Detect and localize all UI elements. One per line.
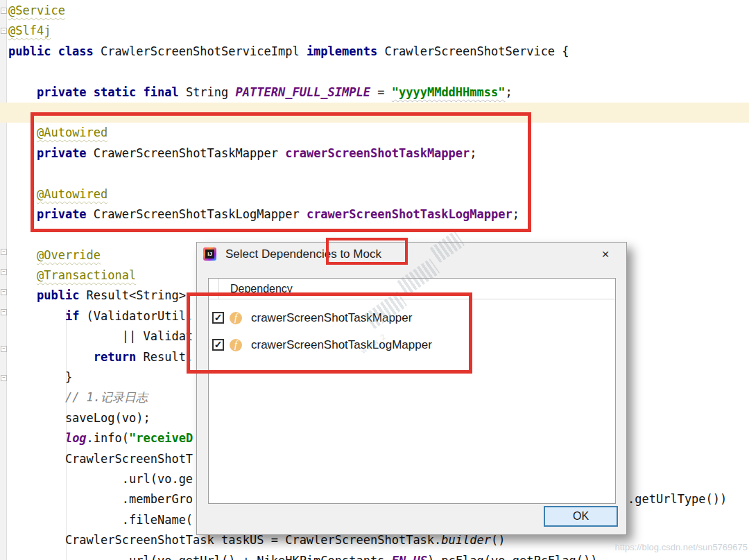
code-token: @Service xyxy=(8,3,65,17)
select-dependencies-dialog: IJ Select Dependencies to Mock × Depende… xyxy=(196,242,627,535)
code-token: ).pcFlag(vo.getPcFlag()) xyxy=(427,554,598,560)
code-token: @Transactional xyxy=(37,268,136,282)
code-token: @Override xyxy=(37,248,101,262)
code-token xyxy=(8,288,37,302)
editor-gutter xyxy=(0,0,7,560)
code-token: CrawlerScreenShotServiceImpl xyxy=(101,44,307,58)
code-token: .url(vo.getUrl() + NikeHKPimConstants. xyxy=(8,554,392,560)
code-token: builder xyxy=(441,533,491,547)
code-token: String xyxy=(186,85,236,99)
intellij-logo-icon: IJ xyxy=(203,247,216,261)
code-token xyxy=(8,85,37,99)
code-token xyxy=(8,431,65,445)
code-token: "receiveD xyxy=(129,431,193,445)
code-token: public class xyxy=(8,44,101,58)
code-token: = xyxy=(370,85,392,99)
fold-marker[interactable]: − xyxy=(1,249,7,255)
code-token: return xyxy=(94,350,144,364)
code-token: "yyyyMMddHHmmss" xyxy=(392,85,506,99)
code-token: if xyxy=(65,309,87,323)
code-token: ; xyxy=(506,85,513,99)
csdn-watermark-url: https://blog.csdn.net/sun5769675 xyxy=(614,542,748,552)
code-token: implements xyxy=(307,44,385,58)
code-token xyxy=(8,390,65,404)
ok-button[interactable]: OK xyxy=(544,506,618,527)
code-token: log xyxy=(65,431,87,445)
intellij-logo-letters: IJ xyxy=(205,250,214,259)
fold-marker[interactable]: − xyxy=(1,269,7,275)
code-token: private static final xyxy=(37,85,186,99)
code-token xyxy=(8,350,94,364)
fold-marker[interactable]: − xyxy=(1,375,7,381)
screenshot-stage: − − − − − − − − @Service@Slf4jpublic cla… xyxy=(0,0,749,560)
dialog-titlebar[interactable]: IJ Select Dependencies to Mock × xyxy=(197,243,626,265)
code-token: (ValidatorUtil. xyxy=(87,309,193,323)
code-line: @Service xyxy=(8,1,598,21)
fold-marker[interactable]: − xyxy=(1,309,7,315)
close-icon[interactable]: × xyxy=(596,245,615,264)
code-token: .info( xyxy=(87,431,129,445)
code-token: Result. xyxy=(143,350,193,364)
annotation-rect-dialog-title xyxy=(326,238,408,265)
code-token: PATTERN_FULL_SIMPLE xyxy=(236,85,370,99)
code-token: CrawlerScreenShotTask taskUS = CrawlerSc… xyxy=(8,533,441,547)
annotation-rect-dependency-items xyxy=(187,292,472,374)
code-token xyxy=(8,309,65,323)
code-token: .fileName( xyxy=(8,513,193,527)
code-token: CrawlerScreenShotService { xyxy=(384,44,569,58)
code-token: || Validat xyxy=(8,329,193,343)
code-token xyxy=(8,268,37,282)
code-line: .url(vo.getUrl() + NikeHKPimConstants.EN… xyxy=(8,551,598,560)
code-token: CrawlerScreenShotT xyxy=(8,452,193,466)
fold-marker[interactable]: − xyxy=(1,346,7,352)
code-token: () xyxy=(491,533,505,547)
code-token: Result<String> xyxy=(87,288,186,302)
code-token: saveLog(vo); xyxy=(8,411,150,425)
code-token xyxy=(8,248,37,262)
code-line: @Slf4j xyxy=(8,21,598,41)
code-token: .getUrlType()) xyxy=(628,489,727,509)
code-token: .url(vo.ge xyxy=(8,472,193,486)
code-token: } xyxy=(8,370,72,384)
code-token: // 1.记录日志 xyxy=(65,390,148,404)
code-token: EN_US xyxy=(392,554,427,560)
fold-marker[interactable]: − xyxy=(1,8,7,14)
annotation-rect-autowired-fields xyxy=(31,112,531,232)
code-line xyxy=(8,62,598,82)
fold-marker[interactable]: − xyxy=(1,289,7,295)
code-token: .memberGro xyxy=(8,492,193,506)
code-token: @Slf4j xyxy=(8,24,51,37)
code-token: public xyxy=(37,288,87,302)
code-line: public class CrawlerScreenShotServiceImp… xyxy=(8,42,598,62)
fold-marker[interactable]: − xyxy=(1,28,7,34)
code-line: private static final String PATTERN_FULL… xyxy=(8,82,598,103)
